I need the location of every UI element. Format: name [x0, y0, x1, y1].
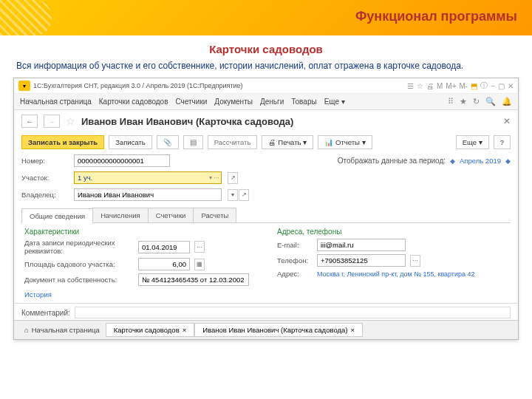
history-link[interactable]: История: [24, 290, 52, 299]
owner-dropdown-button[interactable]: ▾: [228, 189, 238, 201]
comment-input[interactable]: [75, 307, 511, 318]
comment-label: Комментарий:: [21, 309, 70, 317]
titlebar-icon[interactable]: ⬒: [471, 82, 477, 90]
titlebar-icon[interactable]: M: [437, 82, 443, 90]
app-window: ▾ 1С:Бухгалтерия СНТ, редакция 3.0 / Апр…: [13, 78, 519, 340]
tab-content: Характеристики Дата записи периодических…: [14, 223, 518, 303]
nav-item[interactable]: Документы: [214, 98, 253, 106]
email-label: E-mail:: [277, 241, 314, 249]
slide-header: Функционал программы: [0, 0, 532, 35]
titlebar-icon[interactable]: M+: [446, 82, 456, 90]
bottom-tabs: ⌂Начальная страница Карточки садоводов× …: [14, 320, 518, 339]
owner-input[interactable]: Иванов Иван Иванович: [74, 188, 222, 201]
period-next-button[interactable]: ◆: [505, 157, 511, 165]
slide-subtitle: Карточки садоводов: [0, 43, 532, 55]
titlebar-icons: ☰ ☆ 🖨 M M+ M- ⬒ ⓘ − ▢ ✕: [407, 81, 514, 91]
card-header: ← → ☆ Иванов Иван Иванович (Карточка сад…: [14, 110, 518, 132]
save-close-button[interactable]: Записать и закрыть: [21, 135, 104, 149]
bell-icon[interactable]: 🔔: [502, 97, 512, 106]
star-icon[interactable]: ★: [460, 97, 467, 106]
slide-title: Функционал программы: [355, 9, 517, 24]
back-button[interactable]: ←: [21, 115, 38, 128]
clip-button[interactable]: 📎: [157, 135, 179, 149]
comment-row: Комментарий:: [14, 303, 518, 320]
date-label: Дата записи периодических реквизитов:: [24, 239, 135, 255]
titlebar-icon[interactable]: ☆: [417, 82, 423, 90]
phone-input[interactable]: +79053852125: [317, 254, 406, 267]
area-calc-button[interactable]: ▦: [194, 259, 205, 270]
addr-label: Адрес:: [277, 270, 314, 278]
grid-icon[interactable]: ⠿: [448, 97, 454, 106]
forward-button[interactable]: →: [44, 115, 60, 128]
more-button[interactable]: Еще ▾: [456, 135, 489, 149]
plot-input[interactable]: 1 уч. ▾⋯: [74, 171, 222, 184]
tab-general[interactable]: Общие сведения: [21, 208, 93, 223]
nav-item-more[interactable]: Еще ▾: [324, 98, 345, 106]
reports-button[interactable]: 📊Отчеты ▾: [318, 135, 372, 149]
reports-icon: 📊: [324, 138, 333, 146]
tab-row: Общие сведения Начисления Счетчики Расче…: [21, 208, 511, 223]
doc-label: Документ на собственность:: [24, 276, 135, 284]
maximize-icon[interactable]: ▢: [498, 82, 505, 90]
addr-link[interactable]: Москва г, Ленинский пр-кт, дом № 155, кв…: [317, 270, 475, 278]
titlebar-icon[interactable]: ☰: [407, 82, 414, 90]
favorite-icon[interactable]: ☆: [66, 115, 75, 127]
main-navbar: Начальная страница Карточки садоводов Сч…: [14, 94, 518, 110]
help-button[interactable]: ?: [494, 135, 511, 149]
search-icon[interactable]: 🔍: [485, 97, 496, 106]
titlebar-icon[interactable]: M-: [459, 82, 468, 90]
window-title: 1С:Бухгалтерия СНТ, редакция 3.0 / Апрел…: [33, 82, 404, 89]
date-picker-button[interactable]: ⋯: [194, 241, 205, 253]
period-link[interactable]: Апрель 2019: [460, 157, 501, 165]
area-input[interactable]: 6,00: [138, 258, 190, 270]
home-icon: ⌂: [24, 326, 29, 334]
email-input[interactable]: iii@mail.ru: [317, 239, 406, 251]
grid-button[interactable]: ▤: [183, 135, 203, 149]
card-title: Иванов Иван Иванович (Карточка садовода): [81, 116, 293, 127]
number-input[interactable]: 00000000000000001: [74, 154, 170, 167]
tab-meters[interactable]: Счетчики: [148, 208, 194, 222]
save-button[interactable]: Записать: [109, 135, 152, 149]
nav-item[interactable]: Товары: [291, 98, 316, 106]
close-card-button[interactable]: ✕: [503, 116, 511, 126]
period-label: Отображать данные за период:: [338, 157, 446, 165]
print-button[interactable]: 🖨Печать ▾: [262, 135, 313, 149]
app-menu-button[interactable]: ▾: [18, 81, 30, 91]
open-plot-button[interactable]: ↗: [228, 172, 238, 184]
tab-calc[interactable]: Расчеты: [193, 208, 236, 222]
nav-item[interactable]: Счетчики: [175, 98, 207, 106]
tab-charges[interactable]: Начисления: [92, 208, 148, 222]
close-tab-icon[interactable]: ×: [350, 326, 355, 334]
owner-label: Владелец:: [21, 191, 69, 199]
calc-button[interactable]: Рассчитать: [208, 135, 258, 149]
home-tab[interactable]: ⌂Начальная страница: [18, 324, 106, 336]
number-label: Номер:: [21, 157, 69, 165]
bottom-tab-card[interactable]: Иванов Иван Иванович (Карточка садовода)…: [194, 323, 363, 337]
slide-description: Вся информация об участке и его собствен…: [0, 60, 532, 78]
addresses-head: Адреса, телефоны: [277, 228, 508, 236]
characteristics-head: Характеристики: [24, 228, 255, 236]
date-input[interactable]: 01.04.2019: [138, 241, 190, 253]
phone-label: Телефон:: [277, 256, 314, 265]
nav-item[interactable]: Начальная страница: [20, 98, 92, 106]
history-icon[interactable]: ↻: [473, 97, 480, 106]
minimize-icon[interactable]: −: [491, 82, 495, 90]
print-icon: 🖨: [268, 138, 276, 146]
open-owner-button[interactable]: ↗: [239, 189, 249, 201]
phone-more-button[interactable]: ⋯: [410, 255, 420, 267]
close-tab-icon[interactable]: ×: [183, 326, 187, 334]
period-prev-button[interactable]: ◆: [450, 157, 455, 165]
doc-input[interactable]: № 454123465435 от 12.03.2002: [138, 273, 249, 286]
window-titlebar: ▾ 1С:Бухгалтерия СНТ, редакция 3.0 / Апр…: [14, 78, 518, 94]
close-icon[interactable]: ✕: [508, 82, 514, 90]
titlebar-icon[interactable]: 🖨: [426, 82, 434, 90]
bottom-tab-cards[interactable]: Карточки садоводов×: [106, 323, 195, 337]
card-toolbar: Записать и закрыть Записать 📎 ▤ Рассчита…: [14, 132, 518, 152]
area-label: Площадь садового участка:: [24, 260, 135, 268]
plot-label: Участок:: [21, 174, 69, 182]
nav-item[interactable]: Деньги: [260, 98, 284, 106]
nav-item[interactable]: Карточки садоводов: [99, 98, 168, 106]
titlebar-icon[interactable]: ⓘ: [480, 81, 488, 91]
